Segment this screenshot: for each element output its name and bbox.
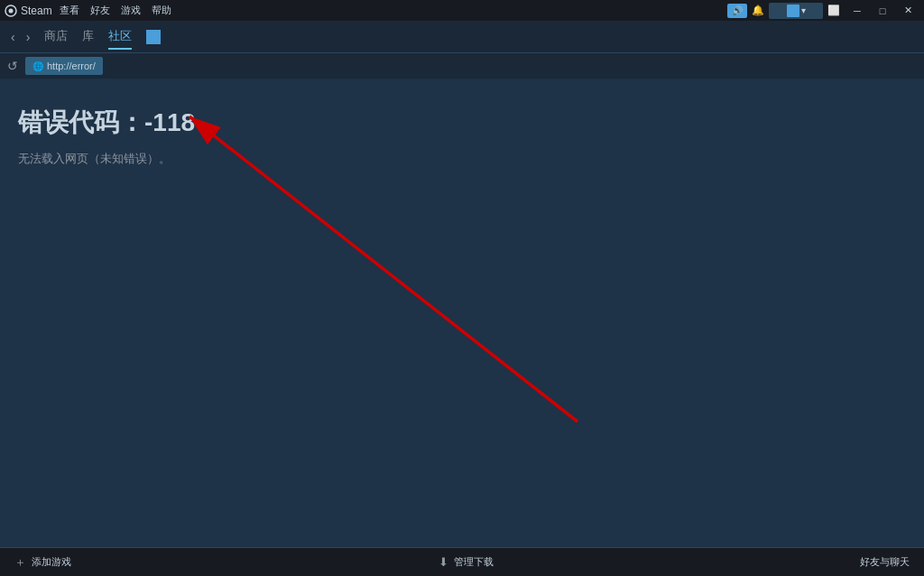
download-icon: ⬇: [439, 555, 448, 569]
download-label: 管理下载: [454, 555, 494, 569]
back-button[interactable]: ‹: [7, 28, 19, 46]
close-button[interactable]: ✕: [895, 0, 920, 21]
forward-button[interactable]: ›: [23, 28, 34, 46]
manage-downloads-button[interactable]: ⬇ 管理下载: [439, 555, 494, 569]
menu-help[interactable]: 帮助: [152, 4, 171, 17]
add-icon: ＋: [14, 554, 26, 571]
reload-button[interactable]: ↺: [7, 59, 18, 73]
friends-chat-button[interactable]: 好友与聊天: [860, 555, 910, 569]
titlebar: Steam 查看 好友 游戏 帮助 🔊 🔔 ▾ ⬜ ─ □ ✕: [0, 0, 924, 21]
tab-community[interactable]: 社区: [108, 24, 132, 50]
add-game-label: 添加游戏: [32, 555, 71, 569]
notification-button[interactable]: 🔔: [751, 4, 765, 18]
avatar-name: ▾: [801, 5, 806, 15]
menu-view[interactable]: 查看: [60, 4, 79, 17]
add-game-button[interactable]: ＋ 添加游戏: [14, 554, 71, 571]
footer: ＋ 添加游戏 ⬇ 管理下载 好友与聊天: [0, 547, 924, 576]
tab-library[interactable]: 库: [82, 24, 94, 50]
screen-button[interactable]: ⬜: [827, 4, 841, 18]
nav-arrows: ‹ ›: [7, 28, 33, 46]
error-description: 无法载入网页（未知错误）。: [18, 151, 906, 167]
app-name: Steam: [21, 5, 52, 17]
friends-label: 好友与聊天: [860, 555, 910, 569]
globe-icon: 🌐: [32, 61, 43, 71]
menu-games[interactable]: 游戏: [121, 4, 141, 17]
url-text: http://error/: [47, 60, 96, 71]
window-controls: ─ □ ✕: [845, 0, 920, 21]
titlebar-controls: 🔊 🔔 ▾ ⬜ ─ □ ✕: [727, 0, 920, 21]
addressbar: ↺ 🌐 http://error/: [0, 53, 924, 79]
address-bar[interactable]: 🌐 http://error/: [25, 57, 103, 75]
titlebar-menu: 查看 好友 游戏 帮助: [60, 4, 171, 17]
minimize-button[interactable]: ─: [845, 0, 870, 21]
steam-icon: [4, 4, 18, 18]
error-code: 错误代码：-118: [18, 106, 906, 140]
svg-point-1: [9, 8, 14, 13]
speaker-button[interactable]: 🔊: [727, 4, 747, 18]
annotation-arrow: [0, 79, 924, 547]
tab-store[interactable]: 商店: [44, 24, 68, 50]
main-content: 错误代码：-118 无法载入网页（未知错误）。: [0, 79, 924, 547]
restore-button[interactable]: □: [870, 0, 895, 21]
avatar-image: [787, 5, 799, 17]
avatar-button[interactable]: ▾: [769, 3, 823, 19]
titlebar-left: Steam 查看 好友 游戏 帮助: [4, 4, 171, 18]
steam-logo: Steam: [4, 4, 52, 18]
page-loading-indicator: [146, 30, 161, 44]
menu-friends[interactable]: 好友: [90, 4, 110, 17]
navbar: ‹ › 商店 库 社区: [0, 21, 924, 53]
nav-tabs: 商店 库 社区: [44, 24, 132, 50]
